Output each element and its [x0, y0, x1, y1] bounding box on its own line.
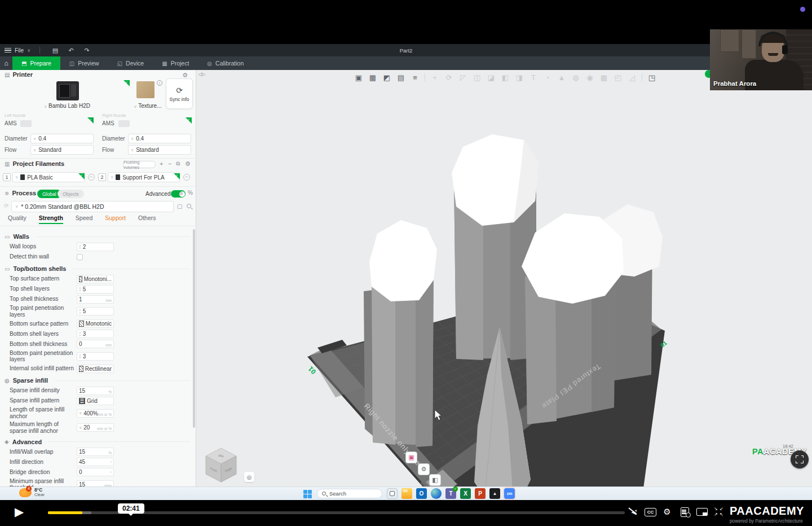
filament-settings-gear-icon[interactable]: ⚙ [185, 160, 191, 168]
flushing-volumes-button[interactable]: Flushing volumes [123, 161, 156, 168]
setting-input[interactable]: 15% [77, 387, 114, 395]
redo-icon[interactable]: ↷ [81, 47, 93, 54]
plate-thumbnail [136, 81, 155, 98]
save-preset-icon[interactable]: ▢ [177, 203, 182, 209]
tab-prepare[interactable]: ⬒Prepare [12, 56, 60, 70]
setting-input[interactable]: Monotoni... [77, 275, 114, 283]
ams-right-icon[interactable] [118, 120, 130, 127]
view-list-icon[interactable]: ≡ [179, 190, 183, 196]
ams-left-icon[interactable] [20, 120, 32, 127]
group-header: ◍Sparse infill [5, 377, 190, 384]
plate-printer-button[interactable]: ▣ [405, 452, 417, 463]
preset-select[interactable]: ∨* 0.20mm Standard @BBL H2D [11, 201, 174, 212]
checkbox[interactable] [77, 254, 83, 260]
setting-input[interactable]: 0° [77, 468, 114, 476]
plate-select[interactable]: i ∨ Texture... [133, 80, 162, 113]
powerpoint-icon[interactable]: P [475, 488, 486, 499]
setting-input[interactable]: ∧∨5 [77, 285, 114, 293]
diameter-field-right[interactable]: ∨0.4 [128, 134, 191, 143]
video-progress-bar[interactable]: 02:41 [48, 511, 625, 514]
transcript-icon[interactable] [681, 507, 689, 517]
plate-settings-button[interactable]: ⚙ [418, 463, 430, 475]
process-tab-others[interactable]: Others [138, 214, 156, 224]
plate-type-button[interactable]: ◧ [429, 474, 441, 486]
process-tab-speed[interactable]: Speed [76, 214, 92, 224]
process-tab-quality[interactable]: Quality [8, 214, 27, 224]
setting-input[interactable]: ∧∨3 [77, 330, 114, 338]
setting-row: Top surface patternMonotoni... [5, 274, 190, 283]
zoom-icon[interactable]: zm [504, 488, 515, 499]
flow-field-left[interactable]: ∨Standard [30, 145, 94, 155]
settings-gear-icon[interactable]: ⚙ [660, 506, 674, 518]
weather-widget[interactable]: 4 8°C Clear [19, 488, 45, 498]
setting-input[interactable]: Grid [77, 397, 114, 405]
reset-preset-icon[interactable]: ⟳ [4, 203, 8, 209]
flow-field-right[interactable]: ∨Standard [128, 145, 191, 155]
file-menu[interactable]: File [15, 47, 24, 54]
tab-calibration[interactable]: ◎Calibration [198, 56, 253, 70]
setting-input[interactable]: ∧∨3 [77, 352, 114, 361]
file-explorer-icon[interactable] [401, 488, 412, 499]
ams-right-label: AMS [102, 120, 114, 126]
add-filament-icon[interactable]: + [160, 160, 163, 167]
setting-input[interactable]: 45° [77, 458, 114, 466]
setting-input[interactable]: 15mm² [77, 480, 114, 486]
compare-preset-icon[interactable]: % [188, 190, 193, 196]
chevron-down-icon[interactable]: ∨ [27, 48, 30, 53]
search-placeholder: Search [329, 490, 346, 497]
save-icon[interactable]: ▤ [49, 47, 61, 54]
setting-input[interactable]: ∨400%mm or % [77, 409, 114, 418]
setting-row: Wall loops∧∨2 [5, 242, 190, 251]
teams-icon[interactable]: T [445, 488, 456, 499]
collapse-icon[interactable]: ↘↙↗↖ [713, 506, 726, 518]
remove-filament-icon[interactable]: − [168, 160, 171, 167]
group-header: ◈Advanced [5, 439, 190, 445]
tab-project[interactable]: ▦Project [153, 56, 198, 70]
volume-muted-icon[interactable] [627, 506, 641, 518]
outlook-icon[interactable]: O [416, 488, 427, 499]
tab-preview[interactable]: ◫Preview [60, 56, 108, 70]
play-button[interactable]: ▶ [15, 505, 24, 519]
focus-view-button[interactable]: ◎ [244, 472, 254, 482]
diameter-label-left: Diameter [5, 135, 28, 142]
info-icon[interactable]: i [157, 80, 162, 86]
task-view-icon[interactable] [387, 488, 398, 499]
excel-icon[interactable]: X [460, 488, 471, 499]
scope-objects-tab[interactable]: Objects [58, 190, 84, 198]
search-settings-icon[interactable] [187, 204, 191, 208]
app-titlebar: File ∨ ▤ ↶ ↷ Part2 [0, 44, 812, 56]
sidebar-scrollbar[interactable] [193, 229, 195, 428]
setting-input[interactable]: 1mm [77, 295, 114, 304]
setting-input[interactable]: 0mm [77, 340, 114, 348]
setting-input[interactable]: Monotonic [77, 319, 114, 328]
pip-icon[interactable] [696, 508, 708, 516]
setting-row: Top shell layers∧∨5 [5, 284, 190, 293]
setting-input[interactable]: Rectilinear [77, 365, 114, 373]
advanced-toggle[interactable] [171, 190, 186, 198]
navigation-cube[interactable]: Top Front Right [204, 447, 239, 483]
setting-input[interactable]: ∨20mm or % [77, 423, 114, 432]
process-tab-support[interactable]: Support [105, 214, 126, 224]
setting-input[interactable]: 15% [77, 448, 114, 456]
printer-select[interactable]: ∨ Bambu Lab H2D [5, 80, 130, 113]
undo-icon[interactable]: ↶ [65, 47, 77, 54]
sync-filaments-icon[interactable]: ⧉ [176, 160, 180, 167]
setting-input[interactable]: ∧∨5 [77, 307, 114, 315]
taskbar-search[interactable]: Search [317, 489, 382, 498]
filament-select-2[interactable]: ∨Support For PLA [108, 172, 180, 182]
start-button[interactable] [303, 490, 312, 498]
photos-icon[interactable] [489, 488, 500, 499]
sparse-infill-icon: ◍ [5, 378, 10, 384]
edge-icon[interactable] [431, 488, 442, 499]
viewport-3d[interactable]: ◁▷ ▣▦◩▤≡+⟳◸◫◪◧◨T◔▲◍◉▩◰◿◳ [197, 70, 812, 486]
setting-input[interactable]: ∧∨2 [77, 243, 114, 251]
home-icon[interactable]: ⌂ [0, 56, 12, 70]
process-tab-strength[interactable]: Strength [39, 214, 63, 224]
paacademy-scan-button[interactable] [791, 450, 809, 468]
diameter-field-left[interactable]: ∨0.4 [30, 134, 94, 143]
captions-icon[interactable]: CC [645, 508, 656, 516]
tab-device[interactable]: ◱Device [108, 56, 153, 70]
menu-icon[interactable] [5, 48, 11, 52]
remove-filament-icon[interactable]: − [183, 174, 190, 181]
sync-info-button[interactable]: ⟳ Sync info [166, 78, 193, 109]
